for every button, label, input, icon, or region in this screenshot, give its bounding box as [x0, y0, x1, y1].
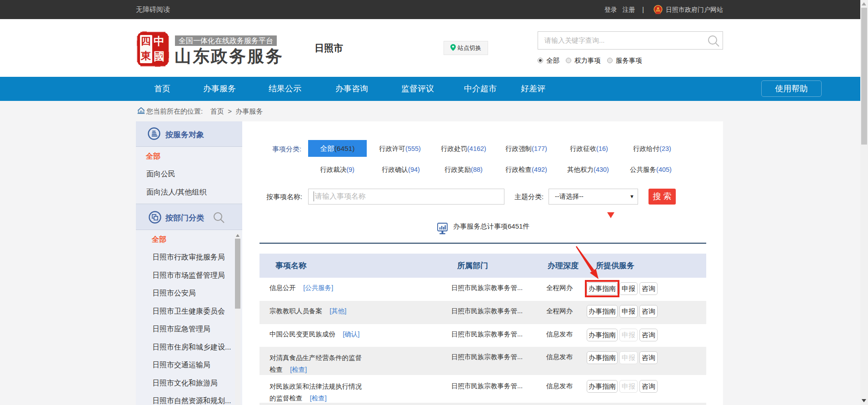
svg-text:四: 四 [141, 35, 151, 47]
svg-text:中: 中 [154, 35, 165, 47]
svg-text:東: 東 [140, 50, 151, 61]
svg-text:國: 國 [154, 50, 165, 62]
